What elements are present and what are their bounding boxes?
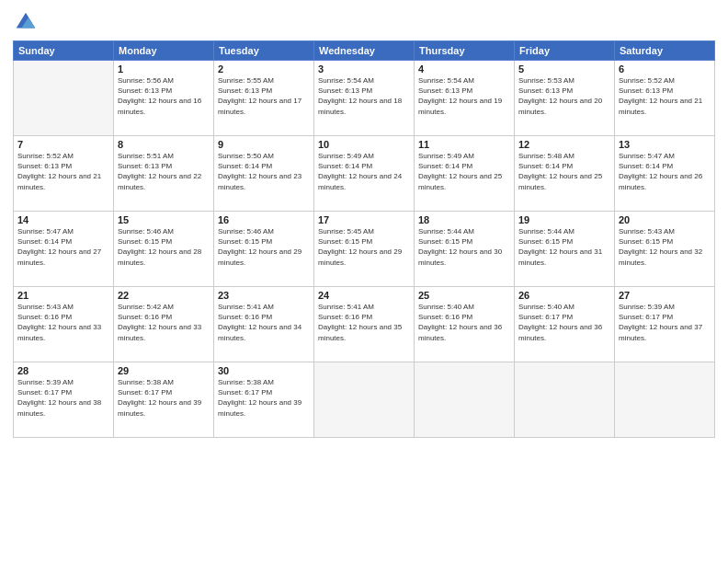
day-info: Sunrise: 5:46 AMSunset: 6:15 PMDaylight:… xyxy=(118,226,210,268)
weekday-header-row: SundayMondayTuesdayWednesdayThursdayFrid… xyxy=(14,41,715,61)
day-number: 8 xyxy=(118,139,210,150)
day-info: Sunrise: 5:45 AMSunset: 6:15 PMDaylight:… xyxy=(318,226,410,268)
day-number: 20 xyxy=(619,214,711,225)
day-info: Sunrise: 5:53 AMSunset: 6:13 PMDaylight:… xyxy=(518,75,610,117)
calendar-cell: 2Sunrise: 5:55 AMSunset: 6:13 PMDaylight… xyxy=(214,61,314,136)
page: SundayMondayTuesdayWednesdayThursdayFrid… xyxy=(0,0,728,563)
calendar-cell xyxy=(615,362,715,438)
calendar-cell: 25Sunrise: 5:40 AMSunset: 6:16 PMDayligh… xyxy=(415,287,515,362)
logo-icon xyxy=(13,9,39,35)
calendar-cell: 20Sunrise: 5:43 AMSunset: 6:15 PMDayligh… xyxy=(615,212,715,287)
day-info: Sunrise: 5:47 AMSunset: 6:14 PMDaylight:… xyxy=(619,151,711,192)
calendar-cell: 15Sunrise: 5:46 AMSunset: 6:15 PMDayligh… xyxy=(114,212,214,287)
calendar-cell: 10Sunrise: 5:49 AMSunset: 6:14 PMDayligh… xyxy=(314,136,415,212)
calendar-cell xyxy=(314,362,415,438)
calendar-cell: 11Sunrise: 5:49 AMSunset: 6:14 PMDayligh… xyxy=(415,136,515,212)
day-info: Sunrise: 5:44 AMSunset: 6:15 PMDaylight:… xyxy=(518,226,610,268)
calendar-cell: 23Sunrise: 5:41 AMSunset: 6:16 PMDayligh… xyxy=(214,287,314,362)
day-info: Sunrise: 5:44 AMSunset: 6:15 PMDaylight:… xyxy=(418,226,510,268)
header xyxy=(13,9,715,35)
day-info: Sunrise: 5:40 AMSunset: 6:17 PMDaylight:… xyxy=(518,302,610,343)
day-number: 16 xyxy=(218,214,310,225)
week-row-2: 14Sunrise: 5:47 AMSunset: 6:14 PMDayligh… xyxy=(14,212,715,287)
weekday-header-sunday: Sunday xyxy=(14,41,114,61)
logo xyxy=(13,9,42,35)
calendar-cell xyxy=(415,362,515,438)
calendar-cell: 5Sunrise: 5:53 AMSunset: 6:13 PMDaylight… xyxy=(515,61,615,136)
calendar-cell: 24Sunrise: 5:41 AMSunset: 6:16 PMDayligh… xyxy=(314,287,415,362)
day-number: 6 xyxy=(619,63,711,75)
day-info: Sunrise: 5:51 AMSunset: 6:13 PMDaylight:… xyxy=(118,151,210,192)
day-number: 19 xyxy=(518,214,610,225)
day-info: Sunrise: 5:41 AMSunset: 6:16 PMDaylight:… xyxy=(318,302,410,343)
calendar-cell: 7Sunrise: 5:52 AMSunset: 6:13 PMDaylight… xyxy=(14,136,114,212)
day-number: 25 xyxy=(418,290,510,301)
calendar-cell: 26Sunrise: 5:40 AMSunset: 6:17 PMDayligh… xyxy=(515,287,615,362)
calendar-cell: 3Sunrise: 5:54 AMSunset: 6:13 PMDaylight… xyxy=(314,61,415,136)
day-info: Sunrise: 5:50 AMSunset: 6:14 PMDaylight:… xyxy=(218,151,310,192)
calendar-cell: 9Sunrise: 5:50 AMSunset: 6:14 PMDaylight… xyxy=(214,136,314,212)
calendar-cell xyxy=(515,362,615,438)
calendar-cell: 27Sunrise: 5:39 AMSunset: 6:17 PMDayligh… xyxy=(615,287,715,362)
day-info: Sunrise: 5:39 AMSunset: 6:17 PMDaylight:… xyxy=(619,302,711,343)
day-number: 3 xyxy=(318,63,410,75)
day-number: 22 xyxy=(118,290,210,301)
day-number: 28 xyxy=(17,365,109,376)
day-number: 18 xyxy=(418,214,510,225)
calendar-cell: 19Sunrise: 5:44 AMSunset: 6:15 PMDayligh… xyxy=(515,212,615,287)
day-info: Sunrise: 5:42 AMSunset: 6:16 PMDaylight:… xyxy=(118,302,210,343)
day-number: 2 xyxy=(218,63,310,75)
calendar-cell: 30Sunrise: 5:38 AMSunset: 6:17 PMDayligh… xyxy=(214,362,314,438)
day-number: 27 xyxy=(619,290,711,301)
day-info: Sunrise: 5:43 AMSunset: 6:15 PMDaylight:… xyxy=(619,226,711,268)
calendar-cell: 8Sunrise: 5:51 AMSunset: 6:13 PMDaylight… xyxy=(114,136,214,212)
day-info: Sunrise: 5:54 AMSunset: 6:13 PMDaylight:… xyxy=(318,75,410,117)
day-number: 17 xyxy=(318,214,410,225)
day-number: 4 xyxy=(418,63,510,75)
calendar-cell: 12Sunrise: 5:48 AMSunset: 6:14 PMDayligh… xyxy=(515,136,615,212)
weekday-header-monday: Monday xyxy=(114,41,214,61)
day-number: 21 xyxy=(17,290,109,301)
weekday-header-wednesday: Wednesday xyxy=(314,41,415,61)
day-number: 1 xyxy=(118,63,210,75)
day-info: Sunrise: 5:49 AMSunset: 6:14 PMDaylight:… xyxy=(318,151,410,192)
calendar-cell: 22Sunrise: 5:42 AMSunset: 6:16 PMDayligh… xyxy=(114,287,214,362)
day-number: 10 xyxy=(318,139,410,150)
day-info: Sunrise: 5:48 AMSunset: 6:14 PMDaylight:… xyxy=(518,151,610,192)
day-info: Sunrise: 5:49 AMSunset: 6:14 PMDaylight:… xyxy=(418,151,510,192)
calendar: SundayMondayTuesdayWednesdayThursdayFrid… xyxy=(13,40,715,438)
day-info: Sunrise: 5:47 AMSunset: 6:14 PMDaylight:… xyxy=(17,226,109,268)
day-number: 24 xyxy=(318,290,410,301)
calendar-cell: 6Sunrise: 5:52 AMSunset: 6:13 PMDaylight… xyxy=(615,61,715,136)
calendar-cell: 21Sunrise: 5:43 AMSunset: 6:16 PMDayligh… xyxy=(14,287,114,362)
day-info: Sunrise: 5:46 AMSunset: 6:15 PMDaylight:… xyxy=(218,226,310,268)
day-number: 5 xyxy=(518,63,610,75)
week-row-4: 28Sunrise: 5:39 AMSunset: 6:17 PMDayligh… xyxy=(14,362,715,438)
calendar-cell: 1Sunrise: 5:56 AMSunset: 6:13 PMDaylight… xyxy=(114,61,214,136)
day-info: Sunrise: 5:52 AMSunset: 6:13 PMDaylight:… xyxy=(619,75,711,117)
calendar-cell: 28Sunrise: 5:39 AMSunset: 6:17 PMDayligh… xyxy=(14,362,114,438)
day-info: Sunrise: 5:39 AMSunset: 6:17 PMDaylight:… xyxy=(17,377,109,419)
day-number: 15 xyxy=(118,214,210,225)
week-row-0: 1Sunrise: 5:56 AMSunset: 6:13 PMDaylight… xyxy=(14,61,715,136)
day-number: 9 xyxy=(218,139,310,150)
weekday-header-tuesday: Tuesday xyxy=(214,41,314,61)
calendar-cell: 4Sunrise: 5:54 AMSunset: 6:13 PMDaylight… xyxy=(415,61,515,136)
day-info: Sunrise: 5:54 AMSunset: 6:13 PMDaylight:… xyxy=(418,75,510,117)
weekday-header-friday: Friday xyxy=(515,41,615,61)
calendar-cell: 13Sunrise: 5:47 AMSunset: 6:14 PMDayligh… xyxy=(615,136,715,212)
day-info: Sunrise: 5:38 AMSunset: 6:17 PMDaylight:… xyxy=(218,377,310,419)
day-number: 11 xyxy=(418,139,510,150)
day-number: 13 xyxy=(619,139,711,150)
day-info: Sunrise: 5:38 AMSunset: 6:17 PMDaylight:… xyxy=(118,377,210,419)
week-row-3: 21Sunrise: 5:43 AMSunset: 6:16 PMDayligh… xyxy=(14,287,715,362)
day-number: 26 xyxy=(518,290,610,301)
weekday-header-thursday: Thursday xyxy=(415,41,515,61)
day-number: 14 xyxy=(17,214,109,225)
day-info: Sunrise: 5:56 AMSunset: 6:13 PMDaylight:… xyxy=(118,75,210,117)
week-row-1: 7Sunrise: 5:52 AMSunset: 6:13 PMDaylight… xyxy=(14,136,715,212)
day-number: 7 xyxy=(17,139,109,150)
calendar-cell: 17Sunrise: 5:45 AMSunset: 6:15 PMDayligh… xyxy=(314,212,415,287)
weekday-header-saturday: Saturday xyxy=(615,41,715,61)
day-info: Sunrise: 5:52 AMSunset: 6:13 PMDaylight:… xyxy=(17,151,109,192)
